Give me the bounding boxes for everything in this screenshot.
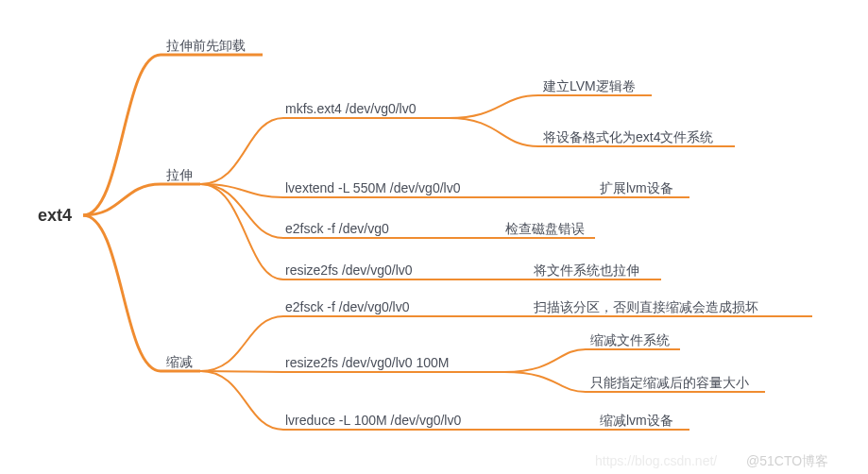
node-lvextend: lvextend -L 550M /dev/vg0/lv0 <box>285 180 460 196</box>
node-mkfs: mkfs.ext4 /dev/vg0/lv0 <box>285 101 417 117</box>
node-lvreduce: lvreduce -L 100M /dev/vg0/lv0 <box>285 413 461 429</box>
branch-unmount-first: 拉伸前先卸载 <box>166 38 246 54</box>
node-e2fsck-desc: 检查磁盘错误 <box>505 221 585 237</box>
branch-extend: 拉伸 <box>166 167 193 183</box>
node-resize2fs-shrink-desc2: 只能指定缩减后的容量大小 <box>590 375 749 391</box>
node-e2fsck-shrink-desc: 扫描该分区，否则直接缩减会造成损坏 <box>534 299 758 315</box>
node-resize2fs-desc: 将文件系统也拉伸 <box>534 262 639 279</box>
node-e2fsck-shrink: e2fsck -f /dev/vg0/lv0 <box>285 299 410 315</box>
node-mkfs-desc1: 建立LVM逻辑卷 <box>543 78 636 94</box>
root-node: ext4 <box>38 206 72 227</box>
branch-shrink: 缩减 <box>166 354 193 370</box>
node-resize2fs: resize2fs /dev/vg0/lv0 <box>285 262 413 279</box>
node-mkfs-desc2: 将设备格式化为ext4文件系统 <box>543 129 713 145</box>
mindmap-svg <box>0 0 868 474</box>
node-lvreduce-desc: 缩减lvm设备 <box>600 413 673 429</box>
node-resize2fs-shrink-desc1: 缩减文件系统 <box>590 332 670 348</box>
node-e2fsck: e2fsck -f /dev/vg0 <box>285 221 389 237</box>
node-lvextend-desc: 扩展lvm设备 <box>600 180 673 196</box>
node-resize2fs-shrink: resize2fs /dev/vg0/lv0 100M <box>285 355 450 371</box>
